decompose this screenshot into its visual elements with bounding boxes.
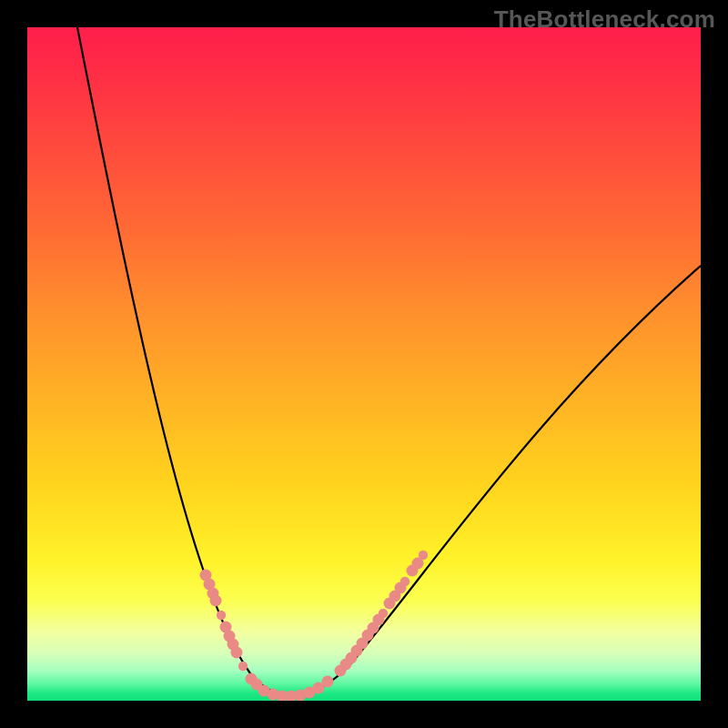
highlight-dot bbox=[322, 676, 334, 688]
highlight-dot bbox=[231, 647, 243, 659]
watermark-text: TheBottleneck.com bbox=[494, 5, 715, 34]
highlight-dot bbox=[400, 577, 410, 586]
plot-area bbox=[27, 27, 701, 701]
highlight-dot bbox=[217, 611, 226, 620]
highlight-dot bbox=[210, 595, 222, 607]
bottleneck-curve bbox=[77, 27, 701, 695]
highlight-dots bbox=[200, 551, 429, 701]
highlight-dot bbox=[379, 609, 388, 618]
curve-svg bbox=[27, 27, 701, 701]
highlight-dot bbox=[238, 662, 248, 671]
highlight-dot bbox=[419, 551, 428, 560]
chart-stage: TheBottleneck.com bbox=[0, 0, 728, 728]
